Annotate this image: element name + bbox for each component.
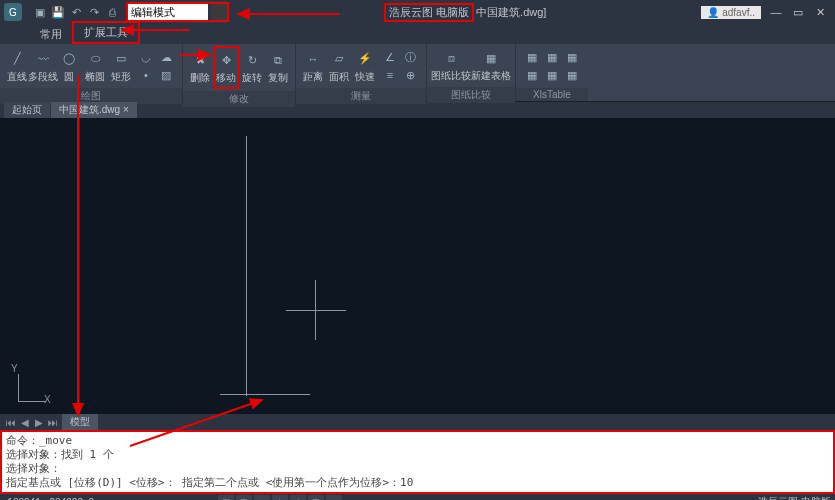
app-name-box: 浩辰云图 电脑版: [384, 3, 474, 22]
layout-nav-first[interactable]: ⏮: [4, 417, 18, 428]
doctab-close-icon[interactable]: ×: [123, 104, 129, 115]
tool-move-label: 移动: [216, 71, 236, 85]
statusbar: -138041, -234220, 0 ▦ ⊞ ∟ ✶ ◇ ⊡ ≡ 浩辰云图 电…: [0, 494, 835, 500]
otrack-toggle[interactable]: ⊡: [308, 495, 324, 500]
layout-nav-last[interactable]: ⏭: [46, 417, 60, 428]
print-icon[interactable]: ⎙: [104, 4, 120, 20]
coord-icon[interactable]: ⊕: [401, 67, 419, 83]
undo-icon[interactable]: ↶: [68, 4, 84, 20]
drawing-canvas[interactable]: Y X: [0, 118, 835, 414]
point-icon[interactable]: •: [137, 67, 155, 83]
tool-rotate[interactable]: ↻旋转: [239, 46, 265, 89]
ucs-x-label: X: [44, 394, 51, 405]
status-toggles: ▦ ⊞ ∟ ✶ ◇ ⊡ ≡: [218, 495, 342, 500]
tool-copy-label: 复制: [268, 71, 288, 85]
snap-toggle[interactable]: ▦: [218, 495, 234, 500]
doctab-start[interactable]: 起始页: [4, 102, 50, 118]
draw-extra-tools: ◡ ☁ • ▨: [134, 46, 178, 86]
open-icon[interactable]: ▣: [32, 4, 48, 20]
tool-dwg-compare[interactable]: ⧈图纸比较: [431, 46, 471, 85]
xls-icon-1[interactable]: ▦: [523, 49, 541, 65]
layout-nav-prev[interactable]: ◀: [18, 417, 32, 428]
ellipse-icon: ⬭: [85, 49, 105, 69]
ribbon-group-compare: ⧈图纸比较 ▦新建表格 图纸比较: [427, 44, 516, 101]
tool-line-label: 直线: [7, 70, 27, 84]
ribbon-group-draw: ╱直线 〰多段线 ◯圆 ⬭椭圆 ▭矩形 ◡ ☁ • ▨ 绘图: [0, 44, 183, 101]
tool-dwg-compare-label: 图纸比较: [431, 69, 471, 83]
tool-circle-label: 圆: [64, 70, 74, 84]
ribbon-group-modify: ✖删除 ✥移动 ↻旋转 ⧉复制 修改: [183, 44, 296, 101]
xls-icon-5[interactable]: ▦: [543, 67, 561, 83]
tool-line[interactable]: ╱直线: [4, 46, 30, 86]
xls-icon-4[interactable]: ▦: [523, 67, 541, 83]
tool-erase[interactable]: ✖删除: [187, 46, 213, 89]
tool-area-label: 面积: [329, 70, 349, 84]
minimize-button[interactable]: —: [765, 4, 787, 20]
cmd-line-3: 选择对象：: [6, 462, 829, 476]
list-icon[interactable]: ≡: [381, 67, 399, 83]
rotate-icon: ↻: [242, 50, 262, 70]
maximize-button[interactable]: ▭: [787, 4, 809, 20]
cmd-line-2: 选择对象：找到 1 个: [6, 448, 829, 462]
titlebar-right: 👤 adfavf.. — ▭ ✕: [701, 4, 831, 20]
ribbon-group-xlstable: ▦ ▦ ▦ ▦ ▦ ▦ XlsTable: [516, 44, 588, 101]
line-icon: ╱: [7, 49, 27, 69]
lwt-toggle[interactable]: ≡: [326, 495, 342, 500]
table-icon: ▦: [481, 48, 501, 68]
xls-icon-6[interactable]: ▦: [563, 67, 581, 83]
save-icon[interactable]: 💾: [50, 4, 66, 20]
polar-toggle[interactable]: ✶: [272, 495, 288, 500]
id-icon[interactable]: ⓘ: [401, 49, 419, 65]
tool-circle[interactable]: ◯圆: [56, 46, 82, 86]
tool-ellipse-label: 椭圆: [85, 70, 105, 84]
doctab-current-label: 中国建筑.dwg: [59, 104, 120, 115]
close-button[interactable]: ✕: [809, 4, 831, 20]
search-dropdown-button[interactable]: [211, 4, 227, 20]
ribbon-group-modify-title: 修改: [183, 91, 295, 107]
tool-distance-label: 距离: [303, 70, 323, 84]
cloud-icon[interactable]: ☁: [157, 49, 175, 65]
xls-icon-2[interactable]: ▦: [543, 49, 561, 65]
redo-icon[interactable]: ↷: [86, 4, 102, 20]
command-line[interactable]: 命令：_move 选择对象：找到 1 个 选择对象： 指定基点或 [位移(D)]…: [0, 430, 835, 494]
compare-icon: ⧈: [441, 48, 461, 68]
tool-rectangle-label: 矩形: [111, 70, 131, 84]
cursor-crosshair-h: [286, 310, 346, 311]
ribbon-tabbar: 常用 扩展工具: [0, 24, 835, 44]
layout-nav-next[interactable]: ▶: [32, 417, 46, 428]
tool-rectangle[interactable]: ▭矩形: [108, 46, 134, 86]
tool-polyline[interactable]: 〰多段线: [30, 46, 56, 86]
tool-move[interactable]: ✥移动: [213, 46, 239, 89]
hatch-icon[interactable]: ▨: [157, 67, 175, 83]
app-name-1: 浩辰云图: [389, 6, 433, 18]
tool-distance[interactable]: ↔距离: [300, 46, 326, 86]
tool-new-table[interactable]: ▦新建表格: [471, 46, 511, 85]
search-input[interactable]: [128, 4, 208, 20]
ortho-toggle[interactable]: ∟: [254, 495, 270, 500]
ribbon: ╱直线 〰多段线 ◯圆 ⬭椭圆 ▭矩形 ◡ ☁ • ▨ 绘图 ✖删除 ✥移动 ↻…: [0, 44, 835, 102]
tool-ellipse[interactable]: ⬭椭圆: [82, 46, 108, 86]
tool-area[interactable]: ▱面积: [326, 46, 352, 86]
doc-suffix: 中国建筑.dwg]: [476, 5, 546, 20]
grid-toggle[interactable]: ⊞: [236, 495, 252, 500]
drawing-baseline: [220, 394, 310, 395]
doctab-current[interactable]: 中国建筑.dwg ×: [51, 102, 137, 118]
osnap-toggle[interactable]: ◇: [290, 495, 306, 500]
quick-access-toolbar: ▣ 💾 ↶ ↷ ⎙: [32, 4, 120, 20]
user-box[interactable]: 👤 adfavf..: [701, 6, 761, 19]
ribbon-group-measure: ↔距离 ▱面积 ⚡快速 ∠ ⓘ ≡ ⊕ 测量: [296, 44, 427, 101]
window-buttons: — ▭ ✕: [765, 4, 831, 20]
xls-icon-3[interactable]: ▦: [563, 49, 581, 65]
tool-quick[interactable]: ⚡快速: [352, 46, 378, 86]
tool-polyline-label: 多段线: [28, 70, 58, 84]
layout-tab-model[interactable]: 模型: [62, 414, 98, 430]
ribbon-group-measure-title: 测量: [296, 88, 426, 104]
ribbon-group-compare-title: 图纸比较: [427, 87, 515, 103]
angle-icon[interactable]: ∠: [381, 49, 399, 65]
tab-common[interactable]: 常用: [30, 25, 72, 44]
arc-icon[interactable]: ◡: [137, 49, 155, 65]
tool-copy[interactable]: ⧉复制: [265, 46, 291, 89]
erase-icon: ✖: [190, 50, 210, 70]
tab-extension-tools[interactable]: 扩展工具: [72, 21, 140, 44]
cmd-line-4: 指定基点或 [位移(D)] <位移>： 指定第二个点或 <使用第一个点作为位移>…: [6, 476, 829, 490]
